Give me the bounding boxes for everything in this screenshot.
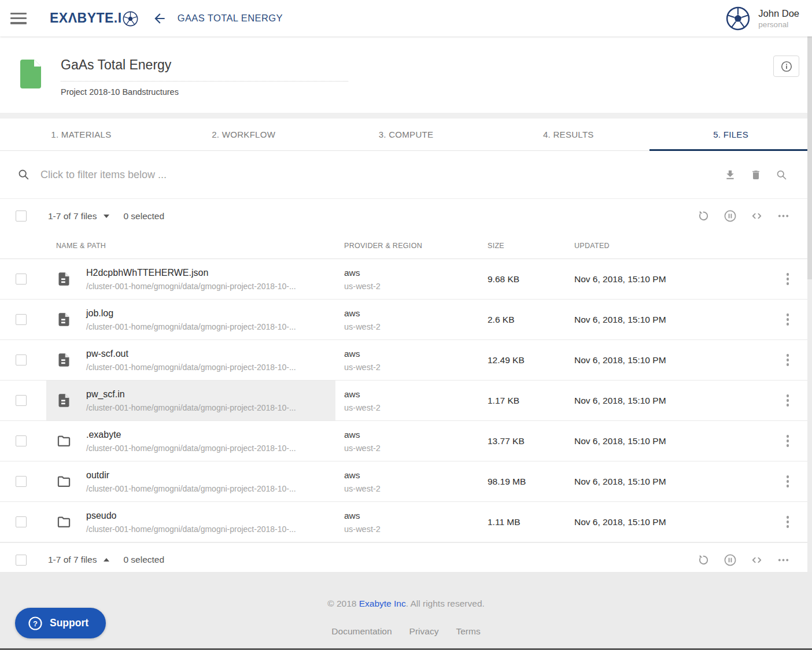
column-size[interactable]: SIZE [479,242,566,250]
search-icon [776,169,788,181]
row-checkbox[interactable] [16,476,27,487]
tab-compute[interactable]: 3. COMPUTE [325,119,488,150]
row-menu-icon[interactable] [784,352,792,368]
row-menu-icon[interactable] [784,311,792,328]
file-path: /cluster-001-home/gmogni/data/gmogni-pro… [86,363,296,372]
row-checkbox[interactable] [16,314,27,325]
toolbar-top: 1-7 of 7 files 0 selected [0,199,812,233]
row-checkbox[interactable] [16,274,27,285]
row-checkbox[interactable] [16,516,27,527]
column-provider-region[interactable]: PROVIDER & REGION [335,242,479,250]
file-updated: Nov 6, 2018, 15:10 PM [566,300,739,339]
footer-link-privacy[interactable]: Privacy [409,626,439,637]
footer-link-documentation[interactable]: Documentation [331,626,392,637]
trash-icon [750,169,762,181]
region: us-west-2 [344,403,381,412]
file-updated: Nov 6, 2018, 15:10 PM [566,381,739,420]
row-checkbox[interactable] [16,435,27,446]
file-name[interactable]: pseudo [86,511,296,521]
refresh-button[interactable] [697,209,710,223]
more-horiz-icon [777,209,790,223]
filter-input[interactable] [40,169,724,181]
folder-icon [56,514,72,530]
top-app-bar: EXΛBYTE.I GAAS TOTAL ENERGY John Doe per… [0,0,812,36]
file-size: 9.68 KB [479,259,566,299]
pause-button[interactable] [724,553,737,567]
row-checkbox[interactable] [16,354,27,365]
provider: aws [344,430,381,440]
file-updated: Nov 6, 2018, 15:10 PM [566,421,739,461]
file-updated: Nov 6, 2018, 15:10 PM [566,340,739,380]
logo-ball-icon [123,11,138,27]
file-updated: Nov 6, 2018, 15:10 PM [566,461,739,501]
chevron-down-icon[interactable] [104,215,109,218]
refresh-button[interactable] [697,553,710,567]
provider: aws [344,349,381,359]
search-button[interactable] [776,169,788,181]
file-icon [56,312,72,327]
user-account: personal [758,20,799,29]
table-row: pw-scf.out /cluster-001-home/gmogni/data… [0,340,812,381]
file-path: /cluster-001-home/gmogni/data/gmogni-pro… [86,444,296,453]
tab-results[interactable]: 4. RESULTS [487,119,649,150]
file-name[interactable]: pw_scf.in [86,389,296,400]
info-button[interactable] [773,56,799,77]
user-menu[interactable]: John Doe personal [758,8,799,29]
file-path: /cluster-001-home/gmogni/data/gmogni-pro… [86,282,296,291]
code-button[interactable] [750,209,763,223]
back-arrow-icon[interactable] [152,11,167,26]
company-link[interactable]: Exabyte Inc [359,599,406,608]
delete-button[interactable] [750,169,762,181]
info-icon [780,60,793,73]
row-menu-icon[interactable] [784,271,792,287]
download-button[interactable] [724,169,736,181]
row-menu-icon[interactable] [784,514,792,530]
filter-search-icon [17,168,30,181]
provider: aws [344,470,381,481]
tab-workflow[interactable]: 2. WORKFLOW [163,119,325,150]
file-name[interactable]: pw-scf.out [86,349,296,359]
provider: aws [344,268,381,278]
column-updated[interactable]: UPDATED [566,242,739,250]
scrollbar[interactable] [807,36,812,572]
table-row: pw_scf.in /cluster-001-home/gmogni/data/… [0,381,812,421]
more-button[interactable] [777,209,790,223]
tab-files[interactable]: 5. FILES [649,119,812,150]
row-menu-icon[interactable] [784,433,792,449]
support-button[interactable]: ? Support [15,608,106,638]
file-size: 1.11 MB [479,502,566,542]
avatar[interactable] [726,6,750,31]
footer-links: DocumentationPrivacyTerms [0,626,812,637]
file-name[interactable]: job.log [86,308,296,319]
select-all-checkbox[interactable] [16,210,27,221]
scrollbar-thumb[interactable] [807,36,812,279]
copyright: © 2018 Exabyte Inc. All rights reserved. [0,599,812,609]
logo[interactable]: EXΛBYTE.I [50,10,138,27]
file-name[interactable]: H2dcpbhWhTTEHERWE.json [86,268,296,278]
file-icon [56,352,72,368]
more-horiz-icon [777,553,790,567]
page-title: GaAs Total Energy [61,57,348,82]
chevron-up-icon[interactable] [104,558,109,562]
file-name[interactable]: outdir [86,470,296,481]
region: us-west-2 [344,484,381,493]
pause-button[interactable] [724,209,737,223]
more-button[interactable] [777,553,790,567]
region: us-west-2 [344,322,381,331]
file-updated: Nov 6, 2018, 15:10 PM [566,259,739,299]
section-divider [0,113,812,119]
menu-icon[interactable] [10,13,27,24]
footer-link-terms[interactable]: Terms [456,626,480,637]
selected-count: 0 selected [123,211,164,221]
row-checkbox[interactable] [16,395,27,406]
svg-text:?: ? [33,619,38,627]
file-size: 1.17 KB [479,381,566,420]
column-name-path[interactable]: NAME & PATH [46,242,335,250]
folder-icon [56,474,72,489]
tab-materials[interactable]: 1. MATERIALS [0,119,163,150]
select-all-checkbox[interactable] [16,555,27,566]
code-button[interactable] [750,553,763,567]
row-menu-icon[interactable] [784,392,792,409]
file-name[interactable]: .exabyte [86,430,296,440]
row-menu-icon[interactable] [784,473,792,490]
